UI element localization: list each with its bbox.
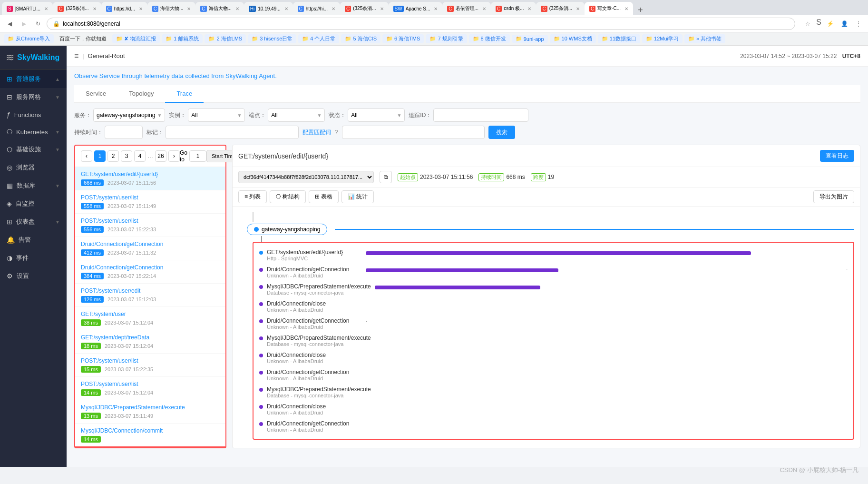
- sidebar-item-kubernetes[interactable]: ⎔ Kubernetes ▼: [0, 123, 67, 140]
- search-button[interactable]: 搜索: [488, 126, 515, 139]
- browser-tab-0[interactable]: S [SMARTLI... ✕: [2, 2, 53, 15]
- gateway-badge[interactable]: gateway-yangshaoping: [247, 224, 327, 235]
- tab-close-0[interactable]: ✕: [44, 6, 48, 11]
- tab-close-2[interactable]: ✕: [139, 6, 143, 11]
- sidebar-item-selfmon[interactable]: ◈ 自监控: [0, 195, 67, 213]
- tab-close-3[interactable]: ✕: [187, 6, 191, 11]
- span-item-10[interactable]: Druid/Connection/getConnection Unknown -…: [254, 418, 853, 435]
- bookmark-other[interactable]: 📁 » 其他书签: [684, 34, 725, 43]
- browser-tab-8[interactable]: SW Apache S... ✕: [389, 2, 443, 15]
- tab-close-12[interactable]: ✕: [624, 6, 628, 11]
- trace-item-8[interactable]: POST:/system/user/list 15 ms 2023-03-07 …: [75, 354, 225, 377]
- sidebar-item-alert[interactable]: 🔔 告警: [0, 231, 67, 249]
- tab-close-9[interactable]: ✕: [482, 6, 486, 11]
- config-link[interactable]: 配置匹配词: [302, 128, 331, 137]
- browser-tab-2[interactable]: C https://d... ✕: [101, 2, 147, 15]
- trace-item-2[interactable]: POST:/system/user/list 556 ms 2023-03-07…: [75, 214, 225, 237]
- tab-topology[interactable]: Topology: [117, 85, 165, 103]
- bookmark-data-api[interactable]: 📁 11数据接口: [598, 34, 640, 43]
- span-item-9[interactable]: Druid/Connection/close Unknown - Alibaba…: [254, 401, 853, 418]
- browser-tab-4[interactable]: C 海信大物... ✕: [195, 2, 244, 15]
- browser-tab-11[interactable]: C (325条消... ✕: [536, 2, 585, 15]
- trace-item-0[interactable]: GET:/system/user/edit/{userId} 668 ms 20…: [75, 167, 225, 190]
- trace-item-11[interactable]: Mysql/JDBC/Connection/commit 14 ms: [75, 424, 225, 447]
- tab-trace[interactable]: Trace: [165, 85, 204, 103]
- traceid-input[interactable]: [433, 109, 528, 122]
- bookmark-tms[interactable]: 📁 6 海信TMS: [382, 34, 424, 43]
- bookmark-wechat[interactable]: 📁 8 微信开发: [469, 34, 510, 43]
- trace-item-5[interactable]: POST:/system/user/edit 126 ms 2023-03-07…: [75, 284, 225, 307]
- more-menu-icon[interactable]: ⋮: [853, 18, 864, 30]
- tab-close-8[interactable]: ✕: [434, 6, 438, 11]
- trace-item-7[interactable]: GET:/system/dept/treeData 18 ms 2023-03-…: [75, 330, 225, 354]
- page-3-button[interactable]: 3: [121, 150, 132, 162]
- browser-tab-5[interactable]: Hi 10.19.49... ✕: [244, 2, 293, 15]
- bookmark-lms[interactable]: 📁 2 海信LMS: [205, 34, 246, 43]
- gateway-node[interactable]: gateway-yangshaoping: [243, 224, 854, 235]
- browser-tab-3[interactable]: C 海信大物... ✕: [147, 2, 196, 15]
- sidebar-item-settings[interactable]: ⚙ 设置: [0, 267, 67, 285]
- stats-view-button[interactable]: 📊 统计: [341, 190, 374, 203]
- span-item-1[interactable]: Druid/Connection/getConnection Unknown -…: [254, 264, 853, 281]
- browser-tab-6[interactable]: C https://hi... ✕: [293, 2, 340, 15]
- table-view-button[interactable]: ⊞ 表格: [309, 190, 339, 203]
- tab-close-11[interactable]: ✕: [576, 6, 580, 11]
- sidebar-item-event[interactable]: ◑ 事件: [0, 249, 67, 267]
- profile-icon[interactable]: 👤: [839, 18, 850, 30]
- tag-value-input[interactable]: [342, 126, 485, 139]
- bookmark-wms[interactable]: 📁 10 WMS文档: [550, 34, 596, 43]
- browser-tab-10[interactable]: C csdn 极... ✕: [491, 2, 536, 15]
- bookmark-star-icon[interactable]: ☆: [802, 18, 813, 30]
- sidebar-item-dashboard[interactable]: ⊞ 仪表盘 ▼: [0, 213, 67, 231]
- span-item-5[interactable]: Mysql/JDBC/PreparedStatement/execute Dat…: [254, 332, 853, 349]
- span-item-8[interactable]: Mysql/JDBC/PreparedStatement/execute Dat…: [254, 384, 853, 401]
- page-26-button[interactable]: 26: [155, 150, 166, 162]
- page-1-button[interactable]: 1: [94, 150, 106, 162]
- sidebar-item-puton[interactable]: ⊞ 普通服务 ▲: [0, 70, 67, 88]
- address-bar[interactable]: 🔒 localhost:8080/general: [47, 18, 795, 30]
- browser-tab-12[interactable]: C 写文章-C... ✕: [585, 2, 633, 15]
- trace-item-6[interactable]: GET:/system/user 38 ms 2023-03-07 15:12:…: [75, 307, 225, 330]
- bookmark-chrome-import[interactable]: 📁 从Chrome导入: [4, 34, 54, 43]
- browser-tab-7[interactable]: C (325条消... ✕: [340, 2, 389, 15]
- tab-close-10[interactable]: ✕: [527, 6, 531, 11]
- tab-close-7[interactable]: ✕: [380, 6, 384, 11]
- new-tab-button[interactable]: +: [635, 5, 646, 15]
- trace-item-10[interactable]: Mysql/JDBC/PreparedStatement/execute 13 …: [75, 400, 225, 424]
- reload-button[interactable]: ↻: [32, 18, 44, 30]
- tab-service[interactable]: Service: [74, 85, 117, 103]
- forward-button[interactable]: ▶: [18, 18, 29, 30]
- status-select[interactable]: All ▼: [348, 109, 405, 122]
- browser-tab-1[interactable]: C (325条消... ✕: [53, 2, 101, 15]
- trace-item-1[interactable]: POST:/system/user/list 558 ms 2023-03-07…: [75, 190, 225, 214]
- span-item-3[interactable]: Druid/Connection/close Unknown - Alibaba…: [254, 298, 853, 315]
- sidebar-item-browser[interactable]: ◎ 浏览器: [0, 158, 67, 177]
- span-item-6[interactable]: Druid/Connection/close Unknown - Alibaba…: [254, 349, 853, 366]
- browser-tab-9[interactable]: C 若依管理... ✕: [442, 2, 491, 15]
- view-log-button[interactable]: 查看日志: [820, 150, 854, 162]
- span-item-7[interactable]: Druid/Connection/getConnection Unknown -…: [254, 366, 853, 384]
- menu-toggle-icon[interactable]: ≡: [74, 52, 78, 60]
- trace-id-select[interactable]: dcf36df4147344b88f7f828f2d103078.110.167…: [238, 171, 374, 183]
- tree-view-button[interactable]: ⎔ 树结构: [270, 190, 305, 203]
- page-next-button[interactable]: ›: [168, 150, 180, 162]
- tag-input[interactable]: [166, 126, 299, 139]
- tab-close-5[interactable]: ✕: [284, 6, 288, 11]
- goto-input[interactable]: [189, 150, 206, 162]
- span-item-4[interactable]: Druid/Connection/getConnection Unknown -…: [254, 315, 853, 332]
- page-4-button[interactable]: 4: [134, 150, 146, 162]
- export-button[interactable]: 导出为图片: [813, 190, 854, 203]
- bookmark-uniapp[interactable]: 📁 9uni-app: [512, 35, 548, 43]
- span-item-2[interactable]: Mysql/JDBC/PreparedStatement/execute Dat…: [254, 281, 853, 298]
- copy-traceid-button[interactable]: ⧉: [380, 171, 392, 183]
- bookmark-cis[interactable]: 📁 5 海信CIS: [341, 34, 380, 43]
- trace-item-4[interactable]: Druid/Connection/getConnection 384 ms 20…: [75, 260, 225, 284]
- page-prev-button[interactable]: ‹: [81, 150, 92, 162]
- sidebar-item-service-mesh[interactable]: ⊟ 服务网格 ▼: [0, 88, 67, 106]
- extensions-icon[interactable]: ⚡: [824, 18, 836, 30]
- instance-select[interactable]: All ▼: [188, 109, 245, 122]
- tab-close-6[interactable]: ✕: [332, 6, 335, 11]
- shuaxin-icon[interactable]: S: [816, 18, 821, 30]
- sidebar-item-functions[interactable]: ƒ Functions: [0, 106, 67, 123]
- back-button[interactable]: ◀: [4, 18, 15, 30]
